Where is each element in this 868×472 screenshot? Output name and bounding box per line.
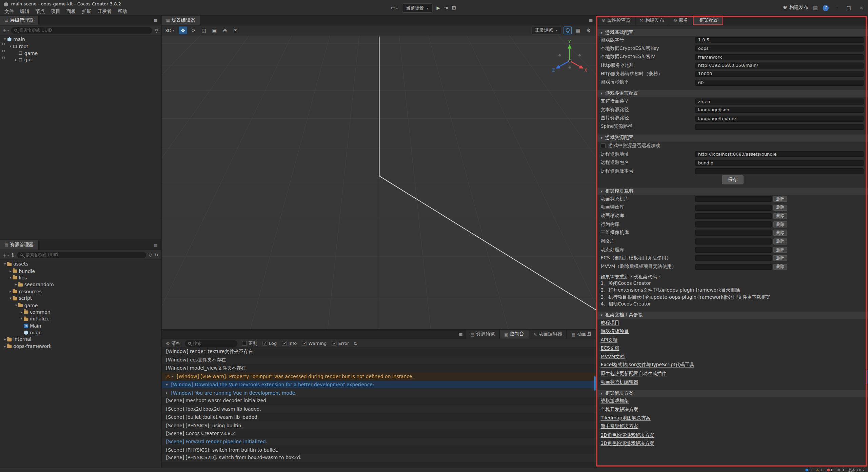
log-entry[interactable]: ⚠ ▸ [Window] model_view文件夹不存在 [162, 364, 596, 372]
section-i18n[interactable]: ▾ 游戏多语言配置 [597, 90, 868, 97]
solution-link[interactable]: 战棋游戏框架 [600, 398, 629, 405]
expand-arrow-icon[interactable] [19, 317, 24, 321]
menu-item[interactable]: 文件 [2, 8, 17, 16]
field-input[interactable] [695, 115, 864, 121]
hierarchy-node[interactable]: gui [0, 57, 161, 63]
field-input[interactable] [695, 79, 864, 85]
hierarchy-node[interactable]: main [0, 36, 161, 43]
grid-toggle-button[interactable]: ▦ [574, 26, 582, 34]
scale-tool-button[interactable]: ◱ [200, 26, 208, 34]
field-input[interactable] [695, 107, 864, 113]
field-input[interactable] [695, 71, 864, 77]
scene-viewport[interactable]: Y X Z [162, 35, 596, 329]
field-input[interactable] [695, 168, 864, 174]
log-filter-checkbox[interactable]: 正则 [242, 340, 257, 347]
menu-item[interactable]: 面板 [64, 8, 79, 16]
expand-arrow-icon[interactable] [8, 44, 13, 48]
delete-module-button[interactable]: 删除 [773, 196, 787, 202]
menu-item[interactable]: 帮助 [115, 8, 130, 16]
doc-link[interactable]: Excel格式转Json文件与TypeScript代码工具 [600, 362, 694, 369]
solution-link[interactable]: 3D角色扮演游戏解决方案 [600, 440, 654, 447]
view-mode-selector[interactable]: 正常浏览 ▾ [531, 26, 561, 35]
layout-button[interactable]: ⊞ [452, 5, 456, 11]
tab-scene-editor[interactable]: ▦ 场景编辑器 [162, 16, 200, 25]
section-solutions[interactable]: ▾ 框架解决方案 [597, 390, 868, 397]
assets-search-input[interactable] [26, 252, 143, 257]
doc-link[interactable]: 游戏模板项目 [600, 328, 629, 335]
expand-arrow-icon[interactable] [3, 344, 7, 349]
help-button[interactable]: ? [823, 5, 829, 11]
log-entry[interactable]: ⚠ ▸ [Scene] [PHYSICS]: using builtin. [162, 421, 596, 429]
tab-hierarchy[interactable]: ▤ 层级管理器 [0, 16, 39, 25]
asset-node[interactable]: Main [0, 322, 161, 329]
menu-item[interactable]: 开发者 [95, 8, 114, 16]
asset-node[interactable]: internal [0, 336, 161, 343]
expand-arrow-icon[interactable] [3, 337, 7, 342]
asset-node[interactable]: script [0, 295, 161, 302]
doc-link[interactable]: API文档 [600, 337, 617, 343]
panel-menu-icon[interactable]: ≡ [589, 17, 593, 23]
log-entry[interactable]: ⚠ ▸ [Scene] [box2d]:box2d wasm lib loade… [162, 405, 596, 413]
field-input[interactable] [695, 46, 864, 52]
collapse-logs-icon[interactable]: ⇅ [353, 340, 357, 346]
step-button[interactable]: ⇥ [444, 5, 448, 11]
expand-arrow-icon[interactable]: ▸ [172, 374, 177, 379]
delete-module-button[interactable]: 删除 [773, 204, 787, 211]
section-resource[interactable]: ▾ 游戏资源配置 [597, 134, 868, 141]
create-node-button[interactable]: +▾ [3, 27, 9, 33]
log-entry[interactable]: ⚠ ▸ [Scene] [PHYSICS]: switch from built… [162, 446, 596, 454]
log-entry[interactable]: ⚠ ▸ [Window] [Vue warn]: Property "onInp… [162, 372, 596, 380]
refresh-icon[interactable]: ↻ [154, 252, 158, 257]
field-input[interactable] [695, 151, 864, 157]
expand-arrow-icon[interactable] [8, 276, 13, 280]
log-filter-checkbox[interactable]: Info [282, 341, 297, 346]
notification-count[interactable]: 0 [838, 468, 844, 472]
hierarchy-node[interactable]: root [0, 43, 161, 50]
solution-link[interactable]: Tiledmap地图解决方案 [600, 415, 650, 422]
hierarchy-search-input[interactable] [19, 28, 149, 33]
section-modules[interactable]: ▾ 框架模块裁剪 [597, 188, 868, 195]
delete-module-button[interactable]: 删除 [773, 230, 787, 236]
package-icon[interactable]: ▤ [813, 5, 818, 11]
menu-item[interactable]: 项目 [48, 8, 63, 16]
inspector-scrollbar[interactable] [866, 370, 867, 384]
panel-menu-icon[interactable]: ≡ [154, 242, 158, 248]
doc-link[interactable]: ECS文档 [600, 345, 619, 352]
console-tab[interactable]: ▤ 资源预览 [466, 330, 500, 339]
preview-device-button[interactable]: ▭▾ [391, 5, 398, 11]
expand-arrow-icon[interactable] [8, 296, 13, 300]
expand-arrow-icon[interactable]: ▸ [166, 391, 171, 395]
expand-arrow-icon[interactable] [3, 37, 7, 42]
log-entry[interactable]: ⚠ ▸ [Scene] Cocos Creator v3.8.2 [162, 429, 596, 437]
delete-module-button[interactable]: 删除 [773, 221, 787, 228]
field-input[interactable] [695, 54, 864, 60]
3d-mode-toggle[interactable]: 3D▾ [165, 27, 175, 33]
clear-console-button[interactable]: ⊘ 清空 [166, 340, 180, 347]
field-input[interactable] [695, 62, 864, 68]
menu-item[interactable]: 扩展 [79, 8, 94, 16]
solution-link[interactable]: 新手引导解决方案 [600, 424, 638, 430]
minimize-button[interactable]: – [834, 5, 840, 11]
create-asset-button[interactable]: +▾ [3, 252, 9, 257]
asset-node[interactable]: oops-framework [0, 343, 161, 350]
inspector-tab[interactable]: 框架配置 [693, 16, 723, 25]
inspector-tab[interactable]: ⚒ 构建发布 [635, 16, 669, 25]
console-tab[interactable]: ▦ 动画图 [567, 330, 596, 339]
expand-arrow-icon[interactable] [14, 58, 18, 62]
console-tab[interactable]: ✎ 动画编辑器 [529, 330, 567, 339]
log-entry[interactable]: ⚠ ▸ [Scene] meshopt wasm decoder initial… [162, 397, 596, 405]
log-entry[interactable]: ⚠ ▸ [Scene] [PHYSICS2D]: switch from box… [162, 454, 596, 462]
expand-arrow-icon[interactable] [8, 289, 13, 294]
lighting-toggle-button[interactable] [564, 26, 572, 34]
asset-node[interactable]: bundle [0, 268, 161, 274]
asset-node[interactable]: libs [0, 274, 161, 281]
remote-load-checkbox[interactable] [600, 143, 606, 149]
asset-node[interactable]: initialize [0, 315, 161, 322]
console-search-input[interactable] [193, 341, 234, 346]
scene-selector[interactable]: 当前场景 ▾ [402, 3, 433, 13]
asset-node[interactable]: assets [0, 261, 161, 268]
log-entry[interactable]: ⚠ ▸ [Window] render_texture文件夹不存在 [162, 348, 596, 356]
menu-item[interactable]: 编辑 [17, 8, 32, 16]
log-filter-checkbox[interactable]: Log [262, 341, 277, 346]
inspector-tab[interactable]: ⚙ 服务 [669, 16, 693, 25]
